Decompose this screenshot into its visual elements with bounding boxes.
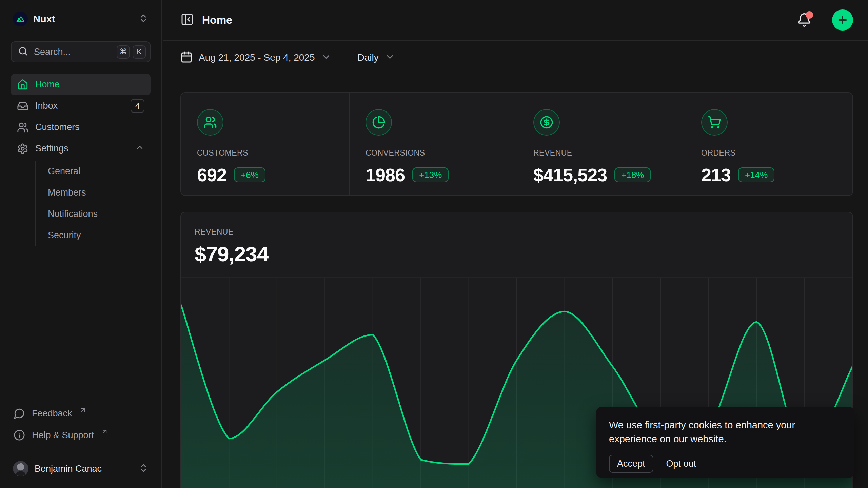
- cookie-banner: We use first-party cookies to enhance yo…: [596, 407, 854, 478]
- chevrons-up-down-icon: [138, 463, 149, 474]
- granularity-value: Daily: [358, 52, 379, 63]
- search-icon: [18, 46, 28, 58]
- granularity-select[interactable]: Daily: [358, 52, 395, 63]
- sidebar-item-label: Settings: [35, 143, 128, 154]
- user-menu[interactable]: Benjamin Canac: [11, 459, 151, 479]
- gear-icon: [17, 143, 28, 155]
- circle-dollar-icon: [533, 109, 560, 136]
- users-icon: [197, 109, 223, 136]
- feedback-label: Feedback: [32, 408, 72, 419]
- add-button[interactable]: [832, 9, 853, 30]
- stat-value: 692: [197, 164, 226, 185]
- accept-cookies-button[interactable]: Accept: [609, 455, 653, 473]
- collapse-sidebar-icon[interactable]: [180, 13, 194, 27]
- search-kbd-shortcut: ⌘ K: [117, 45, 146, 59]
- stat-card-revenue[interactable]: REVENUE $415,523 +18%: [517, 93, 685, 195]
- stat-card-orders[interactable]: ORDERS 213 +14%: [685, 93, 852, 195]
- help-support-link[interactable]: Help & Support: [11, 424, 151, 446]
- search-input[interactable]: Search... ⌘ K: [11, 41, 151, 62]
- stat-label: CONVERSIONS: [366, 148, 517, 158]
- opt-out-button[interactable]: Opt out: [665, 455, 698, 472]
- sidebar-item-members[interactable]: Members: [48, 182, 151, 203]
- plus-icon: [836, 14, 849, 26]
- settings-subnav: General Members Notifications Security: [35, 161, 151, 246]
- brand-name: Nuxt: [33, 14, 133, 25]
- stats-row: CUSTOMERS 692 +6% CONVERSIONS 1986 +13%: [180, 92, 853, 196]
- avatar: [13, 461, 28, 476]
- chat-bubble-icon: [14, 408, 25, 419]
- revenue-chart-label: REVENUE: [195, 227, 852, 237]
- external-link-icon: [101, 427, 108, 438]
- sidebar-item-general[interactable]: General: [48, 161, 151, 182]
- stat-delta-badge: +18%: [614, 167, 651, 182]
- stat-delta-badge: +14%: [738, 167, 774, 182]
- chevron-down-icon: [385, 52, 395, 63]
- stat-card-customers[interactable]: CUSTOMERS 692 +6%: [181, 93, 349, 195]
- sidebar-item-notifications[interactable]: Notifications: [48, 203, 151, 225]
- stat-delta-badge: +6%: [234, 167, 265, 182]
- stat-value: 213: [701, 164, 731, 185]
- shopping-cart-icon: [701, 109, 728, 136]
- chevron-up-icon: [135, 143, 144, 155]
- sidebar: Nuxt Search... ⌘ K Home: [0, 0, 162, 488]
- info-icon: [14, 429, 25, 441]
- stat-value: $415,523: [533, 164, 607, 185]
- date-range-picker[interactable]: Aug 21, 2025 - Sep 4, 2025: [180, 51, 331, 64]
- dashboard-app: Nuxt Search... ⌘ K Home: [0, 0, 868, 488]
- users-icon: [17, 122, 28, 133]
- stat-value: 1986: [366, 164, 405, 185]
- sidebar-nav: Home Inbox 4 Customers Settings: [11, 74, 151, 246]
- external-link-icon: [80, 405, 86, 416]
- chevron-down-icon: [321, 52, 331, 63]
- sidebar-item-label: Inbox: [35, 101, 124, 111]
- sidebar-item-home[interactable]: Home: [11, 74, 151, 95]
- stat-label: CUSTOMERS: [197, 148, 349, 158]
- nuxt-logo-icon: [13, 12, 28, 26]
- page-title: Home: [202, 14, 789, 26]
- page-header: Home: [163, 0, 868, 41]
- filter-toolbar: Aug 21, 2025 - Sep 4, 2025 Daily: [163, 41, 868, 75]
- help-support-label: Help & Support: [32, 430, 94, 441]
- sidebar-item-label: Home: [35, 79, 144, 90]
- chevrons-up-down-icon: [138, 13, 149, 25]
- date-range-value: Aug 21, 2025 - Sep 4, 2025: [199, 52, 315, 63]
- search-placeholder: Search...: [34, 47, 111, 57]
- pie-chart-icon: [366, 109, 392, 136]
- stat-card-conversions[interactable]: CONVERSIONS 1986 +13%: [349, 93, 517, 195]
- inbox-count-badge: 4: [131, 99, 144, 113]
- sidebar-item-security[interactable]: Security: [48, 225, 151, 246]
- workspace-switcher[interactable]: Nuxt: [11, 10, 151, 28]
- sidebar-divider: [0, 451, 161, 451]
- sidebar-item-settings[interactable]: Settings: [11, 138, 151, 159]
- stat-delta-badge: +13%: [412, 167, 449, 182]
- notification-dot: [806, 11, 813, 19]
- kbd-k: K: [133, 45, 146, 59]
- notifications-button[interactable]: [797, 13, 812, 27]
- revenue-chart-total: $79,234: [195, 242, 852, 266]
- feedback-link[interactable]: Feedback: [11, 403, 151, 424]
- inbox-icon: [17, 100, 28, 112]
- cookie-message: We use first-party cookies to enhance yo…: [609, 418, 826, 446]
- sidebar-spacer: [11, 246, 151, 403]
- stat-label: ORDERS: [701, 148, 852, 158]
- user-name: Benjamin Canac: [35, 464, 132, 474]
- stat-label: REVENUE: [533, 148, 685, 158]
- calendar-icon: [180, 51, 193, 64]
- sidebar-item-label: Customers: [35, 122, 144, 133]
- home-icon: [17, 79, 28, 90]
- sidebar-item-customers[interactable]: Customers: [11, 117, 151, 138]
- sidebar-item-inbox[interactable]: Inbox 4: [11, 95, 151, 117]
- kbd-cmd: ⌘: [117, 45, 130, 59]
